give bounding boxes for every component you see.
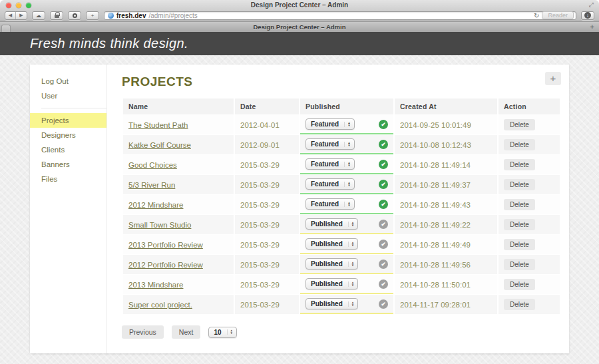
project-link[interactable]: 5/3 River Run xyxy=(128,181,175,189)
circle-icon xyxy=(73,13,77,18)
reader-button[interactable]: Reader xyxy=(542,11,574,19)
downloads-button[interactable]: ↓ xyxy=(581,11,594,20)
site-favicon-icon xyxy=(108,13,114,19)
icloud-tabs-button[interactable]: ☁ xyxy=(32,11,45,20)
published-select[interactable]: Published ▲▼ xyxy=(305,298,358,309)
created-at-cell: 2014-11-17 09:28:01 xyxy=(395,295,497,314)
top-sites-button[interactable] xyxy=(68,11,81,20)
date-cell: 2012-09-01 xyxy=(235,135,299,154)
sidebar-item-clients[interactable]: Clients xyxy=(30,142,106,157)
project-link[interactable]: Super cool project. xyxy=(128,301,192,309)
add-project-button[interactable]: + xyxy=(545,72,561,85)
project-link[interactable]: Good Choices xyxy=(128,161,177,169)
delete-button[interactable]: Delete xyxy=(504,279,535,290)
address-bar[interactable]: fresh.dev /admin/#projects ↻ Reader xyxy=(104,11,576,20)
select-arrows-icon: ▲▼ xyxy=(348,262,354,267)
select-arrows-icon: ▲▼ xyxy=(348,242,354,247)
project-link[interactable]: 2013 Mindshare xyxy=(128,281,183,289)
sidebar-item-user[interactable]: User xyxy=(30,89,106,103)
sidebar-item-projects[interactable]: Projects xyxy=(30,113,106,128)
created-at-cell: 2014-10-28 11:50:01 xyxy=(395,275,497,294)
privacy-button[interactable] xyxy=(50,11,63,20)
delete-button[interactable]: Delete xyxy=(504,119,535,130)
sidebar-item-log-out[interactable]: Log Out xyxy=(30,74,106,89)
forward-button[interactable]: ▶ xyxy=(16,12,27,19)
published-cell: Featured ▲▼ ✔ xyxy=(300,115,393,134)
published-cell: Published ▲▼ ✔ xyxy=(300,295,393,314)
next-button[interactable]: Next xyxy=(172,325,201,339)
tab-left-edge xyxy=(1,25,11,32)
sidebar-item-designers[interactable]: Designers xyxy=(30,128,106,142)
sidebar-item-files[interactable]: Files xyxy=(30,172,106,186)
table-row: The Student Path 2012-04-01 Featured ▲▼ … xyxy=(123,115,560,134)
column-header: Name xyxy=(123,98,234,114)
delete-button[interactable]: Delete xyxy=(504,179,535,190)
status-check-icon: ✔ xyxy=(379,120,388,129)
published-select[interactable]: Featured ▲▼ xyxy=(305,198,355,210)
refresh-icon[interactable]: ↻ xyxy=(534,12,539,19)
site-header: Fresh minds think design. xyxy=(0,32,599,55)
delete-button[interactable]: Delete xyxy=(504,299,535,310)
url-domain: fresh.dev xyxy=(116,12,146,19)
date-cell: 2015-03-29 xyxy=(235,215,299,234)
published-select[interactable]: Published ▲▼ xyxy=(305,258,358,270)
project-link[interactable]: 2013 Portfolio Review xyxy=(128,241,203,249)
projects-table: NameDatePublishedCreated AtAction The St… xyxy=(122,98,561,315)
created-at-cell: 2014-10-28 11:49:43 xyxy=(395,195,497,214)
new-tab-button[interactable]: + xyxy=(590,23,594,31)
project-link[interactable]: 2012 Mindshare xyxy=(128,201,183,209)
date-cell: 2012-04-01 xyxy=(235,115,299,134)
published-cell: Published ▲▼ ✔ xyxy=(300,215,393,234)
close-window-button[interactable] xyxy=(6,3,11,8)
delete-button[interactable]: Delete xyxy=(504,239,535,250)
project-link[interactable]: The Student Path xyxy=(128,121,188,129)
sidebar-item-banners[interactable]: Banners xyxy=(30,157,106,172)
status-check-icon: ✔ xyxy=(379,240,388,249)
tab-bar: Design Project Center – Admin + xyxy=(0,21,599,32)
browser-window: Design Project Center – Admin ⤢ ◀ ▶ ☁ + xyxy=(0,0,599,364)
delete-button[interactable]: Delete xyxy=(504,219,535,230)
select-arrows-icon: ▲▼ xyxy=(344,142,350,147)
back-button[interactable]: ◀ xyxy=(5,12,16,19)
minimize-window-button[interactable] xyxy=(16,3,21,8)
previous-button[interactable]: Previous xyxy=(122,325,164,339)
select-arrows-icon: ▲▼ xyxy=(344,182,350,187)
download-icon: ↓ xyxy=(584,12,591,19)
page-size-select[interactable]: 10 ▲▼ xyxy=(208,327,237,338)
project-link[interactable]: Katke Golf Course xyxy=(128,141,191,149)
published-select[interactable]: Featured ▲▼ xyxy=(305,158,355,170)
column-header: Action xyxy=(499,98,560,114)
delete-button[interactable]: Delete xyxy=(504,199,535,210)
delete-button[interactable]: Delete xyxy=(504,139,535,150)
delete-button[interactable]: Delete xyxy=(504,259,535,270)
table-row: Katke Golf Course 2012-09-01 Featured ▲▼… xyxy=(123,135,560,154)
published-select[interactable]: Featured ▲▼ xyxy=(305,118,355,130)
page-background: Log OutUserProjectsDesignersClientsBanne… xyxy=(0,55,599,364)
url-path: /admin/#projects xyxy=(148,12,197,19)
created-at-cell: 2014-10-08 10:12:43 xyxy=(395,135,497,154)
published-select[interactable]: Published ▲▼ xyxy=(305,278,358,289)
zoom-window-button[interactable] xyxy=(26,3,31,8)
published-select[interactable]: Published ▲▼ xyxy=(305,238,358,250)
published-select[interactable]: Featured ▲▼ xyxy=(305,178,355,190)
tab-active[interactable]: Design Project Center – Admin xyxy=(253,23,345,31)
title-bar[interactable]: Design Project Center – Admin ⤢ xyxy=(0,0,599,9)
date-cell: 2015-03-29 xyxy=(235,155,299,174)
nav-buttons: ◀ ▶ xyxy=(5,11,27,20)
published-select[interactable]: Featured ▲▼ xyxy=(305,138,355,150)
select-arrows-icon: ▲▼ xyxy=(348,301,354,307)
browser-chrome: Design Project Center – Admin ⤢ ◀ ▶ ☁ + xyxy=(0,0,599,21)
project-link[interactable]: Small Town Studio xyxy=(128,221,191,229)
published-cell: Published ▲▼ ✔ xyxy=(300,235,393,254)
share-button[interactable]: + xyxy=(86,11,99,20)
fullscreen-icon[interactable]: ⤢ xyxy=(589,1,594,9)
published-select[interactable]: Published ▲▼ xyxy=(305,218,358,230)
pagination: Previous Next 10 ▲▼ xyxy=(122,325,561,353)
created-at-cell: 2014-10-28 11:49:37 xyxy=(395,175,497,194)
status-check-icon: ✔ xyxy=(379,180,388,189)
project-link[interactable]: 2012 Portfolio Review xyxy=(128,261,203,269)
delete-button[interactable]: Delete xyxy=(504,159,535,170)
date-cell: 2015-03-29 xyxy=(235,275,299,294)
table-row: 2013 Portfolio Review 2015-03-29 Publish… xyxy=(123,235,560,254)
table-row: Super cool project. 2015-03-29 Published… xyxy=(123,295,560,314)
